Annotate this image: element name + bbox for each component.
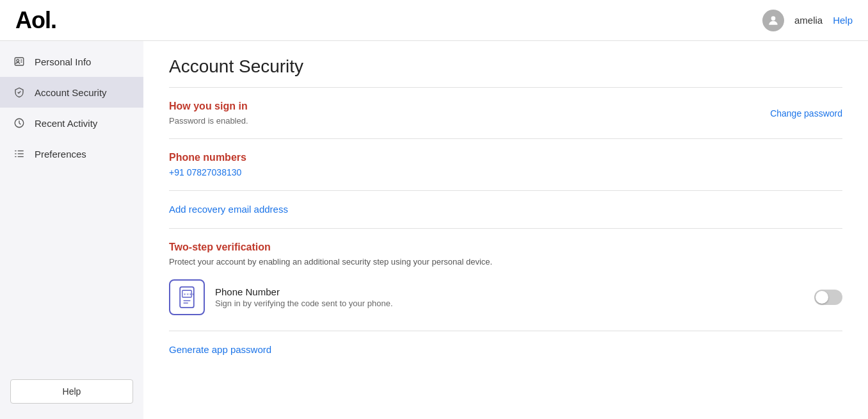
sidebar-item-account-security[interactable]: Account Security [0,77,143,108]
sidebar-item-preferences[interactable]: Preferences [0,138,143,169]
list-icon [13,147,26,160]
two-step-section: Two-step verification Protect your accou… [169,229,842,331]
phone-verify-icon: **** [169,279,205,315]
sign-in-title: How you sign in [169,101,248,112]
change-password-link[interactable]: Change password [770,108,842,119]
toggle-knob [816,291,828,304]
password-status: Password is enabled. [169,116,248,126]
sidebar-help-button[interactable]: Help [10,379,133,404]
phone-title: Phone numbers [169,152,842,163]
svg-point-0 [771,16,776,21]
two-step-title: Two-step verification [169,242,842,253]
sign-in-row: How you sign in Password is enabled. Cha… [169,101,842,126]
phone-number-value: +91 07827038130 [169,167,842,177]
svg-rect-1 [15,58,24,65]
two-step-description: Protect your account by enabling an addi… [169,257,842,267]
content-area: Account Security How you sign in Passwor… [143,41,868,419]
add-recovery-email-link[interactable]: Add recovery email address [169,204,288,215]
sidebar-spacer [0,169,143,369]
header: Aol. amelia Help [0,0,868,41]
sidebar-item-personal-info[interactable]: Personal Info [0,46,143,77]
phone-verify-title: Phone Number [215,286,804,297]
phone-verify-card: **** Phone Number Sign in by verifying t… [169,277,842,318]
app-password-section: Generate app password [169,331,842,360]
clock-icon [13,117,26,129]
sign-in-info: How you sign in Password is enabled. [169,101,248,126]
sign-in-section: How you sign in Password is enabled. Cha… [169,88,842,139]
header-help-link[interactable]: Help [833,15,853,26]
person-icon [13,55,26,68]
header-right: amelia Help [762,10,853,31]
sidebar-item-preferences-label: Preferences [35,149,86,160]
sidebar-item-recent-activity[interactable]: Recent Activity [0,108,143,138]
aol-logo: Aol. [15,7,56,34]
sidebar-item-account-security-label: Account Security [35,87,107,98]
sidebar: Personal Info Account Security Recent Ac… [0,41,143,419]
sidebar-item-personal-info-label: Personal Info [35,56,91,67]
two-step-toggle[interactable] [814,290,842,305]
main-container: Personal Info Account Security Recent Ac… [0,41,868,419]
svg-text:****: **** [184,292,195,298]
shield-icon [13,86,26,99]
phone-section: Phone numbers +91 07827038130 [169,139,842,191]
phone-verify-text: Phone Number Sign in by verifying the co… [215,286,804,308]
recovery-email-section: Add recovery email address [169,191,842,229]
svg-point-2 [17,60,19,62]
username-label: amelia [794,15,823,26]
generate-app-password-link[interactable]: Generate app password [169,331,842,360]
page-title: Account Security [169,56,842,77]
avatar [762,10,784,31]
phone-verify-desc: Sign in by verifying the code sent to yo… [215,299,804,308]
sidebar-item-recent-activity-label: Recent Activity [35,118,97,129]
